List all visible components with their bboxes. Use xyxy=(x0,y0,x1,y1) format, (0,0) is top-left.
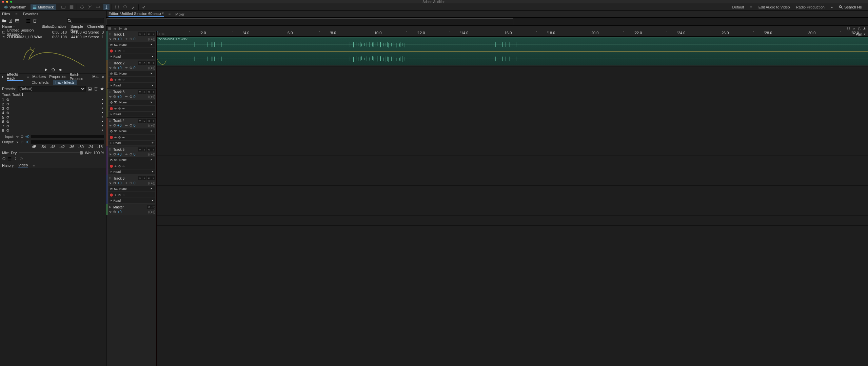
automation-mode[interactable]: Read xyxy=(108,83,155,88)
tool-heal-icon[interactable] xyxy=(141,4,147,10)
insert-icon[interactable] xyxy=(26,19,31,23)
metronome-icon[interactable] xyxy=(857,27,861,30)
master-lane[interactable] xyxy=(157,216,868,226)
workspace-radio-production[interactable]: Radio Production xyxy=(796,5,825,9)
solo-button[interactable]: S xyxy=(142,90,146,94)
mute-button[interactable]: M xyxy=(138,119,142,123)
mixer-tab[interactable]: Mixer xyxy=(175,12,184,16)
panel-more-icon[interactable]: » xyxy=(102,75,104,79)
record-input[interactable] xyxy=(108,77,155,82)
window-close[interactable] xyxy=(2,1,4,3)
markers-tab[interactable]: Markers xyxy=(33,75,46,79)
workspace-default[interactable]: Default xyxy=(732,5,744,9)
preset-save-icon[interactable] xyxy=(88,87,92,91)
preset-delete-icon[interactable] xyxy=(94,87,98,91)
track-lane[interactable] xyxy=(157,66,868,96)
fx-slot[interactable]: 3 xyxy=(0,106,106,110)
window-maximize[interactable] xyxy=(10,1,12,3)
record-button[interactable]: R xyxy=(147,119,151,123)
record-button[interactable]: R xyxy=(147,32,151,36)
ripple-icon[interactable] xyxy=(852,27,856,30)
automation-mode[interactable]: Read xyxy=(108,54,155,59)
timeline-ruler[interactable]: hms Pan 2.04.06.08.010.012.014.016.018.0… xyxy=(157,31,868,37)
record-input[interactable] xyxy=(108,135,155,140)
files-tab[interactable]: Files xyxy=(2,12,10,16)
track-lane[interactable]: ZOOM0031_LR.WAV xyxy=(157,37,868,66)
workspace-edit-audio-video[interactable]: Edit Audio to Video xyxy=(758,5,790,9)
video-tab[interactable]: Video xyxy=(18,163,28,167)
solo-button[interactable]: S xyxy=(142,147,146,151)
track-lane[interactable] xyxy=(157,96,868,126)
waveform-view-button[interactable]: Waveform xyxy=(2,4,28,10)
tool-move-icon[interactable] xyxy=(79,4,85,10)
tool-brush-icon[interactable] xyxy=(130,4,136,10)
tool-razor-icon[interactable] xyxy=(87,4,93,10)
track-lane[interactable] xyxy=(157,126,868,156)
input-monitor-button[interactable]: I xyxy=(151,147,155,151)
snap-icon[interactable] xyxy=(847,27,850,30)
properties-tab[interactable]: Properties xyxy=(49,75,66,79)
wrench-icon[interactable] xyxy=(863,27,867,30)
track-header[interactable]: Track 4 MSRI +0 0 ((●)) S1: None Read xyxy=(106,118,156,146)
automation-mode[interactable]: Read xyxy=(108,141,155,145)
workspace-more-icon[interactable]: » xyxy=(831,5,833,9)
track-effects-subtab[interactable]: Track Effects xyxy=(53,80,77,85)
record-button[interactable]: R xyxy=(147,90,151,94)
tool-marquee-icon[interactable] xyxy=(114,4,120,10)
input-monitor-button[interactable]: I xyxy=(151,176,155,180)
tool-spectral-icon[interactable] xyxy=(68,4,75,10)
favorites-tab[interactable]: Favorites xyxy=(23,12,38,16)
send-slot[interactable]: S1: None xyxy=(108,100,155,105)
track-header[interactable]: Track 3 MSRI +0 0 ((●)) S1: None Read xyxy=(106,89,156,118)
open-file-icon[interactable] xyxy=(2,19,6,23)
mute-button[interactable]: M xyxy=(138,147,142,151)
output-gain-value[interactable]: +0 xyxy=(25,140,29,144)
help-search[interactable]: Search He xyxy=(839,5,862,9)
fx-slot[interactable]: 7 xyxy=(0,124,106,128)
file-row[interactable]: Untitled Session 60.sesx *0:36.51844100 … xyxy=(0,30,106,35)
mute-button[interactable]: M xyxy=(138,176,142,180)
fx-apply-icon[interactable] xyxy=(19,157,23,161)
record-button[interactable]: R xyxy=(147,61,151,65)
delete-file-icon[interactable] xyxy=(33,19,37,23)
presets-select[interactable]: (Default) xyxy=(18,86,86,92)
fx-slot[interactable]: 6 xyxy=(0,119,106,124)
toggle-fx-icon[interactable]: fx xyxy=(113,27,117,30)
input-monitor-button[interactable]: I xyxy=(151,61,155,65)
fx-power-all-icon[interactable] xyxy=(2,157,6,161)
play-icon[interactable] xyxy=(44,68,48,72)
send-slot[interactable]: S1: None xyxy=(108,71,155,76)
fx-slot[interactable]: 2 xyxy=(0,102,106,106)
record-input[interactable] xyxy=(108,106,155,111)
editor-tab[interactable]: Editor: Untitled Session 60.sesx * xyxy=(108,12,164,17)
import-icon[interactable] xyxy=(15,19,19,23)
autoplay-icon[interactable] xyxy=(59,68,63,72)
panel-tab-r[interactable]: r xyxy=(2,75,3,79)
tool-lasso-icon[interactable] xyxy=(122,4,128,10)
record-button[interactable]: R xyxy=(147,147,151,151)
track-header[interactable]: Track 6 MSRI +0 0 ((●)) S1: None Read xyxy=(106,175,156,204)
mute-button[interactable]: M xyxy=(138,61,142,65)
fx-list-icon[interactable] xyxy=(8,157,12,161)
fx-process-icon[interactable] xyxy=(14,157,17,161)
automation-mode[interactable]: Read xyxy=(108,112,155,117)
solo-button[interactable]: S xyxy=(142,119,146,123)
solo-button[interactable]: S xyxy=(142,176,146,180)
wet-percent[interactable]: 100 % xyxy=(94,151,104,155)
preset-favorite-icon[interactable] xyxy=(100,87,104,91)
solo-button[interactable]: S xyxy=(142,61,146,65)
window-minimize[interactable] xyxy=(6,1,8,3)
track-header[interactable]: Track 1 MSRI +0 0 ((●)) S1: None Read xyxy=(106,31,156,60)
multitrack-view-button[interactable]: Multitrack xyxy=(31,4,56,10)
fx-slot[interactable]: 1 xyxy=(0,97,106,102)
send-slot[interactable]: S1: None xyxy=(108,157,155,163)
files-search-input[interactable] xyxy=(67,18,104,23)
fx-slot[interactable]: 5 xyxy=(0,115,106,119)
tool-rectangle-icon[interactable] xyxy=(60,4,66,10)
mix-slider[interactable] xyxy=(19,152,83,153)
record-input[interactable] xyxy=(108,192,155,198)
navigator-overview[interactable] xyxy=(106,18,868,26)
mute-button[interactable]: M xyxy=(147,205,151,209)
send-slot[interactable]: S1: None xyxy=(108,128,155,134)
toggle-eq-icon[interactable] xyxy=(124,27,128,30)
